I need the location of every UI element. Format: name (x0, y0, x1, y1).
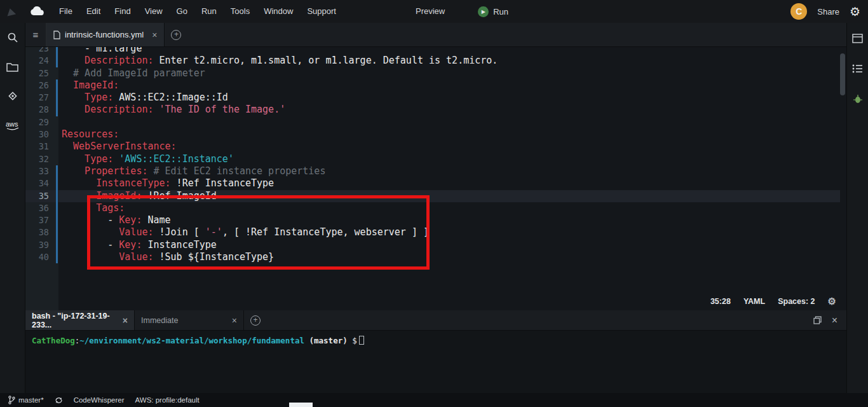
prompt-path: ~/environment/ws2-material/workshop/fund… (79, 336, 304, 345)
aws-profile-label: AWS: profile:default (135, 396, 200, 404)
plus-icon: + (250, 315, 261, 326)
code-text: Type: AWS::EC2::Image::Id (62, 92, 228, 104)
menu-file[interactable]: File (52, 0, 79, 23)
maximize-panel-icon[interactable] (813, 316, 822, 324)
code-line-32[interactable]: 32 Type: 'AWS::EC2::Instance' (25, 153, 840, 165)
code-line-31[interactable]: 31 WebServerInstance: (25, 141, 840, 153)
scrollbar-thumb[interactable] (840, 53, 845, 95)
terminal-output[interactable]: CatTheDog:~/environment/ws2-material/wor… (25, 331, 846, 393)
code-line-33[interactable]: 33 Properties: # Edit EC2 instance prope… (25, 165, 840, 177)
code-line-36[interactable]: 36 Tags: (25, 202, 840, 214)
terminal-tab-close-icon[interactable]: × (232, 315, 237, 326)
menu-go[interactable]: Go (170, 0, 194, 23)
aws-toolkit-icon[interactable]: aws (0, 111, 25, 140)
run-button[interactable]: ▶ Run (473, 6, 513, 17)
code-line-26[interactable]: 26 ImageId: (25, 79, 840, 92)
code-line-38[interactable]: 38 Value: !Join [ '-', [ !Ref InstanceTy… (25, 226, 840, 238)
menubar-right-cluster: C Share ⚙ (790, 3, 860, 20)
code-line-35[interactable]: 35 ImageId: !Ref ImageId (25, 190, 840, 202)
terminal-tab-1[interactable]: Immediate× (135, 310, 244, 330)
code-line-23[interactable]: 23 - m1.large (25, 47, 840, 55)
code-line-28[interactable]: 28 Description: 'The ID of the Image.' (25, 104, 840, 116)
code-line-34[interactable]: 34 InstanceType: !Ref InstanceType (25, 177, 840, 190)
terminal-tab-0[interactable]: bash - "ip-172-31-19-233...× (25, 310, 135, 330)
share-button[interactable]: Share (817, 7, 839, 17)
indentation-setting[interactable]: Spaces: 2 (778, 297, 815, 306)
menu-run[interactable]: Run (194, 0, 224, 23)
menu-find[interactable]: Find (107, 0, 137, 23)
codewhisperer-label: CodeWhisperer (74, 396, 125, 404)
bottom-status-bar: master* CodeWhisperer AWS: profile:defau… (0, 393, 868, 407)
menu-view[interactable]: View (138, 0, 170, 23)
menu-bar: FileEditFindViewGoRunToolsWindowSupport … (0, 0, 868, 23)
terminal-cursor (359, 336, 364, 345)
cloud9-ide-window: FileEditFindViewGoRunToolsWindowSupport … (0, 0, 868, 407)
collapse-arrow-icon[interactable] (6, 7, 16, 16)
svg-text:aws: aws (6, 120, 18, 128)
code-text: Tags: (62, 202, 125, 214)
tab-close-icon[interactable]: × (152, 30, 157, 40)
source-control-icon[interactable] (0, 81, 25, 111)
editor-settings-gear-icon[interactable]: ⚙ (828, 296, 836, 307)
editor-scrollbar[interactable] (840, 51, 845, 289)
line-number: 26 (25, 79, 49, 92)
settings-gear-icon[interactable]: ⚙ (850, 4, 860, 19)
language-mode[interactable]: YAML (743, 297, 765, 306)
menu-tools[interactable]: Tools (224, 0, 257, 23)
new-terminal-button[interactable]: + (244, 310, 267, 330)
code-text: - m1.large (62, 47, 142, 55)
code-line-25[interactable]: 25 # Add ImageId parameter (25, 67, 840, 79)
horizontal-scrollbar-fragment[interactable] (289, 403, 313, 407)
user-avatar[interactable]: C (790, 3, 807, 20)
changed-line-marker (56, 165, 58, 177)
code-line-37[interactable]: 37 - Key: Name (25, 214, 840, 226)
menu-support[interactable]: Support (300, 0, 343, 23)
code-line-30[interactable]: 30Resources: (25, 128, 840, 141)
search-icon[interactable] (0, 23, 25, 52)
code-line-27[interactable]: 27 Type: AWS::EC2::Image::Id (25, 92, 840, 104)
code-text: Value: !Join [ '-', [ !Ref InstanceType,… (62, 226, 429, 238)
preview-button[interactable]: Preview (409, 0, 451, 23)
debugger-bug-icon[interactable] (847, 84, 868, 114)
code-area[interactable]: 23 - m1.large24 Description: Enter t2.mi… (25, 47, 840, 291)
code-line-29[interactable]: 29 (25, 116, 840, 128)
new-tab-button[interactable]: + (165, 23, 187, 46)
line-number: 27 (25, 92, 49, 104)
cursor-position[interactable]: 35:28 (710, 297, 731, 306)
preview-pane-icon[interactable] (847, 23, 868, 53)
git-branch-status[interactable]: master* (5, 396, 47, 404)
close-panel-icon[interactable]: × (832, 315, 837, 326)
menu-window[interactable]: Window (257, 0, 300, 23)
code-line-40[interactable]: 40 Value: !Sub ${InstanceType} (25, 251, 840, 263)
code-text: - Key: Name (62, 214, 171, 226)
tab-intrinsic-functions[interactable]: intrinsic-functions.yml × (46, 23, 165, 46)
codewhisperer-status[interactable]: CodeWhisperer (71, 396, 128, 404)
code-text: WebServerInstance: (62, 141, 177, 153)
sync-status[interactable] (51, 396, 66, 404)
code-text: - Key: InstanceType (62, 239, 217, 251)
cloud9-logo-icon[interactable] (29, 6, 46, 17)
outline-icon[interactable] (847, 53, 868, 84)
line-number: 39 (25, 239, 49, 251)
left-activity-bar: aws (0, 23, 25, 393)
code-line-39[interactable]: 39 - Key: InstanceType (25, 239, 840, 251)
plus-icon: + (171, 30, 181, 40)
changed-line-marker (56, 92, 58, 104)
code-line-24[interactable]: 24 Description: Enter t2.micro, m1.small… (25, 55, 840, 67)
changed-line-marker (56, 214, 58, 226)
tab-list-menu-icon[interactable]: ≡ (25, 23, 46, 46)
editor-pane: ≡ intrinsic-functions.yml × + 23 - m1.la… (25, 23, 846, 310)
code-text: Value: !Sub ${InstanceType} (62, 251, 274, 263)
line-number: 36 (25, 202, 49, 214)
files-icon[interactable] (0, 52, 25, 81)
menu-edit[interactable]: Edit (79, 0, 107, 23)
terminal-actions: × (813, 310, 837, 330)
line-number: 34 (25, 177, 49, 190)
changed-line-marker (56, 190, 58, 202)
changed-line-marker (56, 79, 58, 92)
tab-title: intrinsic-functions.yml (65, 30, 144, 39)
terminal-tab-close-icon[interactable]: × (123, 315, 128, 326)
code-text: # Add ImageId parameter (62, 67, 205, 79)
sync-icon (55, 396, 63, 404)
aws-profile-status[interactable]: AWS: profile:default (132, 396, 203, 404)
